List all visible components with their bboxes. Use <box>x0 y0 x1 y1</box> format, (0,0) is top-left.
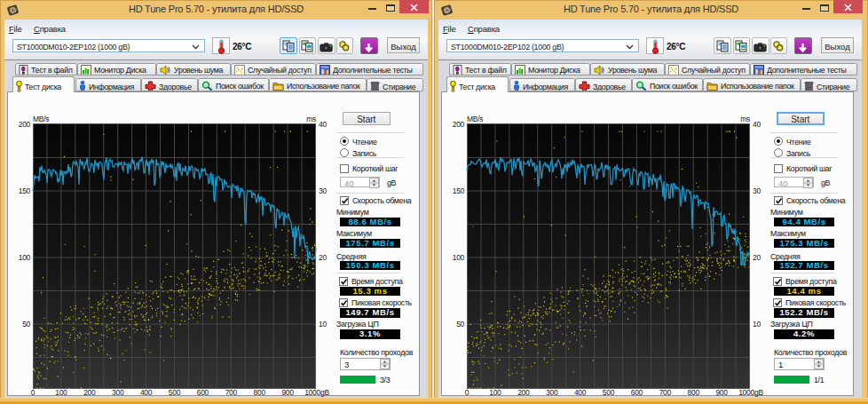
svg-text:50: 50 <box>456 320 464 329</box>
svg-text:400: 400 <box>140 388 153 397</box>
svg-text:900: 900 <box>715 388 728 397</box>
svg-text:400: 400 <box>574 388 587 397</box>
svg-text:gB: gB <box>320 388 329 397</box>
svg-text:100: 100 <box>55 388 67 397</box>
svg-text:500: 500 <box>603 388 615 397</box>
svg-text:0: 0 <box>31 388 36 397</box>
svg-text:300: 300 <box>112 388 124 397</box>
svg-text:20: 20 <box>319 253 327 262</box>
svg-text:ms: ms <box>306 115 316 123</box>
svg-text:30: 30 <box>753 186 761 195</box>
svg-text:10: 10 <box>753 320 761 329</box>
svg-text:100: 100 <box>453 253 465 262</box>
svg-text:20: 20 <box>753 253 761 262</box>
svg-text:1000: 1000 <box>304 388 320 397</box>
svg-text:500: 500 <box>169 388 181 397</box>
svg-text:30: 30 <box>319 186 327 195</box>
svg-text:200: 200 <box>517 388 530 397</box>
svg-text:200: 200 <box>83 388 96 397</box>
svg-text:ms: ms <box>740 115 750 123</box>
svg-text:600: 600 <box>197 388 209 397</box>
svg-text:1000: 1000 <box>738 388 754 397</box>
svg-text:150: 150 <box>453 186 465 195</box>
svg-text:800: 800 <box>254 388 266 397</box>
svg-text:200: 200 <box>453 120 465 129</box>
svg-text:800: 800 <box>688 388 700 397</box>
svg-text:MB/s: MB/s <box>33 115 49 123</box>
svg-text:10: 10 <box>319 320 327 329</box>
svg-text:700: 700 <box>225 388 238 397</box>
svg-text:900: 900 <box>281 388 294 397</box>
svg-text:300: 300 <box>546 388 558 397</box>
svg-text:600: 600 <box>631 388 643 397</box>
svg-text:100: 100 <box>489 388 501 397</box>
svg-text:40: 40 <box>319 120 327 129</box>
svg-text:200: 200 <box>19 120 31 129</box>
svg-text:MB/s: MB/s <box>467 115 483 123</box>
svg-text:0: 0 <box>465 388 470 397</box>
svg-text:gB: gB <box>754 388 763 397</box>
svg-text:40: 40 <box>753 120 761 129</box>
svg-text:150: 150 <box>19 186 31 195</box>
svg-text:50: 50 <box>22 320 30 329</box>
svg-text:700: 700 <box>659 388 672 397</box>
svg-text:100: 100 <box>19 253 31 262</box>
